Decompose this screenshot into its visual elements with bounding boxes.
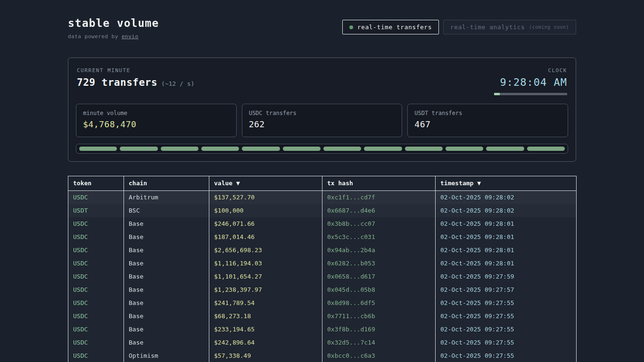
cell-timestamp: 02-Oct-2025 09:28:01 [436,217,577,230]
table-row: USDCBase$1,116,194.030x6282...b05302-Oct… [68,257,577,270]
cell-value: $1,101,654.27 [209,270,322,283]
header-token: token [68,176,124,191]
activity-segment [446,147,483,151]
cell-chain: Base [124,296,209,310]
cell-value: $2,656,698.23 [209,244,322,257]
tab-real-time-transfers[interactable]: real-time transfers [342,20,439,34]
table-row: USDCBase$187,014.460x5c3c...c03102-Oct-2… [68,230,577,244]
cell-value: $187,014.46 [209,230,322,244]
activity-segment [283,147,321,151]
cell-tx-hash[interactable]: 0x5c3c...c031 [322,230,436,244]
cell-tx-hash[interactable]: 0x3b8b...cc07 [322,217,436,230]
table-row: USDCBase$68,273.180x7711...cb6b02-Oct-20… [68,310,577,323]
page-title: stable volume [68,17,159,29]
cell-timestamp: 02-Oct-2025 09:27:59 [436,270,577,283]
topbar: stable volume data powered by envio real… [68,0,576,40]
cell-value: $1,238,397.97 [209,283,322,296]
cell-value: $246,071.66 [209,217,322,230]
cell-value: $68,273.18 [209,310,322,323]
cell-chain: Base [124,230,209,244]
cell-timestamp: 02-Oct-2025 09:27:57 [436,283,577,296]
minute-volume-card: minute volume $4,768,470 [76,104,237,137]
table-header: token chain value ▼ tx hash timestamp ▼ [68,176,577,191]
activity-segment [161,147,198,151]
cell-tx-hash[interactable]: 0x6687...d4e6 [322,204,436,217]
cell-tx-hash[interactable]: 0x045d...05b8 [322,283,436,296]
cell-tx-hash[interactable]: 0x0658...d617 [322,270,436,283]
current-minute-panel: CURRENT MINUTE 729 transfers (~12 / s) C… [68,58,576,162]
cell-chain: BSC [124,204,209,217]
transfers-count: 729 transfers [77,77,157,88]
activity-segment [527,147,565,151]
card-label: USDT transfers [414,110,561,116]
usdt-transfers-card: USDT transfers 467 [407,104,568,137]
cell-chain: Base [124,336,209,349]
cell-tx-hash[interactable]: 0x3f8b...d169 [322,323,436,336]
minute-volume-value: $4,768,470 [83,119,230,129]
table-row: USDCBase$1,238,397.970x045d...05b802-Oct… [68,283,577,296]
panel-top: CURRENT MINUTE 729 transfers (~12 / s) C… [76,66,568,96]
cell-timestamp: 02-Oct-2025 09:28:01 [436,230,577,244]
cell-tx-hash[interactable]: 0xbcc0...c6a3 [322,349,436,362]
header-timestamp-sort[interactable]: timestamp ▼ [436,176,577,191]
subtitle: data powered by envio [68,33,159,40]
cell-token: USDC [68,257,124,270]
activity-segment [120,147,157,151]
cell-timestamp: 02-Oct-2025 09:27:55 [436,310,577,323]
card-label: minute volume [83,110,230,116]
cell-timestamp: 02-Oct-2025 09:28:02 [436,191,577,204]
subtitle-text: data powered by [68,33,122,40]
cell-value: $100,000 [209,204,322,217]
page-container: stable volume data powered by envio real… [68,0,576,362]
cell-tx-hash[interactable]: 0xc1f1...cd7f [322,191,436,204]
cell-token: USDC [68,270,124,283]
cell-tx-hash[interactable]: 0x32d5...7c14 [322,336,436,349]
table-row: USDCOptimism$57,338.490xbcc0...c6a302-Oc… [68,349,577,362]
activity-segment [201,147,239,151]
cell-tx-hash[interactable]: 0x94ab...2b4a [322,244,436,257]
cell-tx-hash[interactable]: 0x7711...cb6b [322,310,436,323]
cell-token: USDC [68,191,124,204]
header-value-sort[interactable]: value ▼ [209,176,322,191]
cell-chain: Base [124,283,209,296]
table-row: USDCBase$233,194.650x3f8b...d16902-Oct-2… [68,323,577,336]
cell-timestamp: 02-Oct-2025 09:27:55 [436,349,577,362]
cell-value: $137,527.70 [209,191,322,204]
table-row: USDCBase$246,071.660x3b8b...cc0702-Oct-2… [68,217,577,230]
cell-value: $1,116,194.03 [209,257,322,270]
title-block: stable volume data powered by envio [68,17,159,40]
cell-token: USDT [68,204,124,217]
cell-chain: Base [124,217,209,230]
cell-tx-hash[interactable]: 0x6282...b053 [322,257,436,270]
current-minute-label: CURRENT MINUTE [77,67,194,74]
table-row: USDCArbitrum$137,527.700xc1f1...cd7f02-O… [68,191,577,204]
table-row: USDCBase$242,896.640x32d5...7c1402-Oct-2… [68,336,577,349]
usdt-transfers-value: 467 [414,119,561,129]
cell-value: $233,194.65 [209,323,322,336]
activity-segment [242,147,280,151]
card-label: USDC transfers [249,110,396,116]
header-chain: chain [124,176,209,191]
cell-chain: Base [124,310,209,323]
clock-time: 9:28:04 AM [494,76,567,88]
stat-cards: minute volume $4,768,470 USDC transfers … [76,104,568,137]
transfers-rate: (~12 / s) [161,80,194,87]
minute-progress-track [494,93,567,95]
cell-token: USDC [68,283,124,296]
cell-tx-hash[interactable]: 0x8d98...6df5 [322,296,436,310]
view-tabs: real-time transfers real-time analytics … [342,20,576,34]
cell-value: $242,896.64 [209,336,322,349]
table-row: USDTBSC$100,0000x6687...d4e602-Oct-2025 … [68,204,577,217]
usdc-transfers-card: USDC transfers 262 [242,104,403,137]
activity-segment [364,147,402,151]
envio-link[interactable]: envio [122,33,139,40]
live-status-dot-icon [349,25,353,29]
clock-label: CLOCK [494,67,567,74]
cell-timestamp: 02-Oct-2025 09:27:55 [436,296,577,310]
cell-timestamp: 02-Oct-2025 09:28:01 [436,244,577,257]
tab-real-time-analytics[interactable]: real-time analytics (coming soon) [443,20,576,34]
clock-block: CLOCK 9:28:04 AM [494,67,567,95]
cell-chain: Base [124,244,209,257]
minute-progress-fill [494,93,500,95]
cell-timestamp: 02-Oct-2025 09:27:55 [436,336,577,349]
